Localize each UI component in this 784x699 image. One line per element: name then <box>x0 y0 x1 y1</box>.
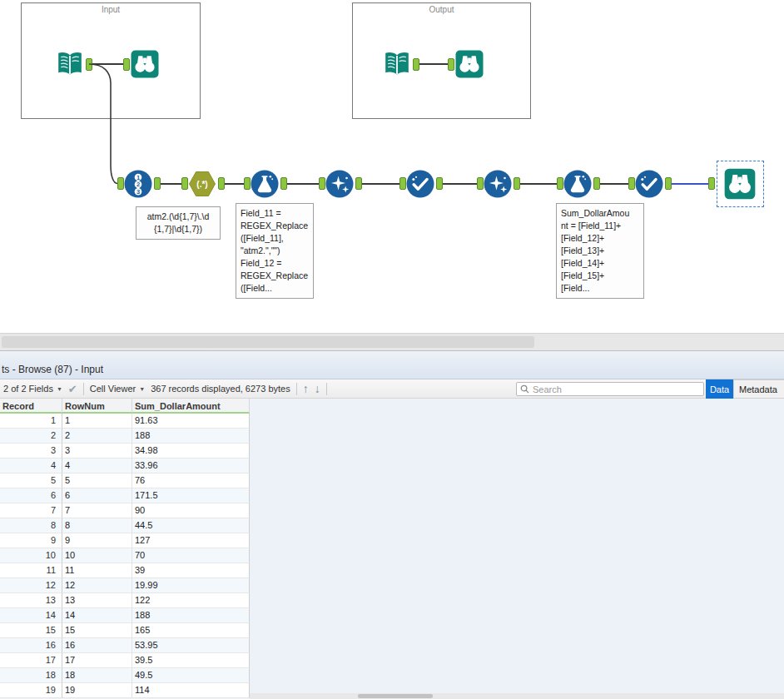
table-row[interactable]: 3334.98 <box>0 444 784 459</box>
rownum-cell[interactable]: 13 <box>62 593 132 608</box>
record-number-cell[interactable]: 18 <box>0 668 62 683</box>
browse-tool-input-container[interactable] <box>130 49 160 79</box>
down-arrow-icon[interactable]: ↓ <box>315 383 320 394</box>
connection-wire[interactable] <box>225 183 244 185</box>
record-number-cell[interactable]: 3 <box>0 444 62 459</box>
rownum-cell[interactable]: 14 <box>62 608 132 623</box>
input-data-tool[interactable] <box>55 49 85 79</box>
input-anchor[interactable] <box>123 58 130 71</box>
fields-selector-dropdown[interactable]: 2 of 2 Fields ▼ <box>3 384 62 394</box>
rownum-cell[interactable]: 18 <box>62 668 132 683</box>
record-number-cell[interactable]: 9 <box>0 533 62 548</box>
table-row[interactable]: 121219.99 <box>0 578 784 593</box>
table-row[interactable]: 1313122 <box>0 593 784 608</box>
record-number-cell[interactable]: 1 <box>0 414 62 429</box>
browse-tool-output-container[interactable] <box>454 49 484 79</box>
input-anchor[interactable] <box>448 58 454 71</box>
sum-dollaramount-cell[interactable]: 19.99 <box>132 578 250 593</box>
rownum-cell[interactable]: 10 <box>62 548 132 563</box>
grid-horizontal-scrollbar[interactable] <box>250 693 784 699</box>
rownum-cell[interactable]: 3 <box>62 444 132 459</box>
rownum-cell[interactable]: 17 <box>62 653 132 668</box>
connection-wire[interactable] <box>161 183 181 185</box>
rownum-cell[interactable]: 4 <box>62 459 132 473</box>
record-id-tool[interactable]: 1 2 3 <box>123 169 153 199</box>
table-row[interactable]: 7790 <box>0 503 784 518</box>
tool-container-input[interactable]: Input <box>21 2 201 119</box>
up-arrow-icon[interactable]: ↑ <box>303 383 309 394</box>
table-row[interactable]: 1515165 <box>0 623 784 638</box>
sum-dollaramount-cell[interactable]: 90 <box>132 503 250 518</box>
rownum-cell[interactable]: 11 <box>62 563 132 578</box>
output-anchor[interactable] <box>436 177 443 190</box>
annotation-formula-2[interactable]: Sum_DollarAmou nt = [Field_11]+ [Field_1… <box>556 203 644 299</box>
record-number-cell[interactable]: 12 <box>0 578 62 593</box>
output-anchor[interactable] <box>665 177 672 190</box>
record-number-cell[interactable]: 2 <box>0 429 62 444</box>
rownum-cell[interactable]: 9 <box>62 533 132 548</box>
output-anchor[interactable] <box>218 177 225 190</box>
rownum-cell[interactable]: 1 <box>62 414 132 429</box>
output-anchor[interactable] <box>154 177 161 190</box>
output-anchor[interactable] <box>280 177 287 190</box>
data-cleansing-tool-2[interactable] <box>483 169 513 199</box>
table-row[interactable]: 66171.5 <box>0 488 784 503</box>
scrollbar-thumb[interactable] <box>358 694 433 698</box>
column-header-rownum[interactable]: RowNum <box>62 399 132 414</box>
connection-wire[interactable] <box>362 183 399 185</box>
sum-dollaramount-cell[interactable]: 39.5 <box>132 653 250 668</box>
output-anchor[interactable] <box>593 177 600 190</box>
sum-dollaramount-cell[interactable]: 171.5 <box>132 488 250 503</box>
rownum-cell[interactable]: 8 <box>62 518 132 533</box>
input-data-tool-output-container[interactable] <box>382 49 412 79</box>
search-input[interactable] <box>533 384 700 394</box>
record-number-cell[interactable]: 14 <box>0 608 62 623</box>
connection-wire[interactable] <box>443 183 477 185</box>
rownum-cell[interactable]: 16 <box>62 638 132 653</box>
table-row[interactable]: 22188 <box>0 429 784 444</box>
table-row[interactable]: 1191.63 <box>0 414 784 429</box>
workflow-canvas[interactable]: Input Output <box>0 0 784 333</box>
tool-container-output[interactable]: Output <box>352 2 531 119</box>
output-anchor[interactable] <box>514 177 520 190</box>
scrollbar-thumb[interactable] <box>2 336 534 348</box>
record-number-cell[interactable]: 15 <box>0 623 62 638</box>
apply-check-icon[interactable]: ✔ <box>68 384 77 394</box>
record-number-cell[interactable]: 4 <box>0 459 62 473</box>
output-anchor[interactable] <box>355 177 362 190</box>
sum-dollaramount-cell[interactable]: 49.5 <box>132 668 250 683</box>
connection-wire[interactable] <box>287 183 319 185</box>
table-row[interactable]: 171739.5 <box>0 653 784 668</box>
table-row[interactable]: 181849.5 <box>0 668 784 683</box>
record-number-cell[interactable]: 13 <box>0 593 62 608</box>
regex-tool[interactable]: (.*) <box>187 169 217 199</box>
column-header-record[interactable]: Record <box>0 399 62 414</box>
sum-dollaramount-cell[interactable]: 33.96 <box>132 459 250 473</box>
record-number-cell[interactable]: 11 <box>0 563 62 578</box>
rownum-cell[interactable]: 12 <box>62 578 132 593</box>
rownum-cell[interactable]: 5 <box>62 473 132 488</box>
annotation-formula-1[interactable]: Field_11 = REGEX_Replace ([Field_11], "a… <box>236 203 314 299</box>
select-tool[interactable] <box>405 169 435 199</box>
rownum-cell[interactable]: 19 <box>62 683 132 698</box>
sum-dollaramount-cell[interactable]: 70 <box>132 548 250 563</box>
table-row[interactable]: 4433.96 <box>0 459 784 473</box>
record-number-cell[interactable]: 17 <box>0 653 62 668</box>
input-anchor[interactable] <box>708 177 715 190</box>
sum-dollaramount-cell[interactable]: 76 <box>132 473 250 488</box>
tab-metadata[interactable]: Metadata <box>733 379 784 399</box>
canvas-horizontal-scrollbar[interactable] <box>0 333 784 351</box>
column-header-sum-dollaramount[interactable]: Sum_DollarAmount <box>132 399 250 414</box>
table-row[interactable]: 161653.95 <box>0 638 784 653</box>
tab-data[interactable]: Data <box>706 379 733 399</box>
connection-wire-selected[interactable] <box>672 183 708 185</box>
record-number-cell[interactable]: 6 <box>0 488 62 503</box>
table-row[interactable]: 99127 <box>0 533 784 548</box>
data-cleansing-tool[interactable] <box>325 169 355 199</box>
sum-dollaramount-cell[interactable]: 188 <box>132 429 250 444</box>
record-number-cell[interactable]: 8 <box>0 518 62 533</box>
record-number-cell[interactable]: 10 <box>0 548 62 563</box>
sum-dollaramount-cell[interactable]: 44.5 <box>132 518 250 533</box>
sum-dollaramount-cell[interactable]: 165 <box>132 623 250 638</box>
output-anchor[interactable] <box>86 58 92 71</box>
